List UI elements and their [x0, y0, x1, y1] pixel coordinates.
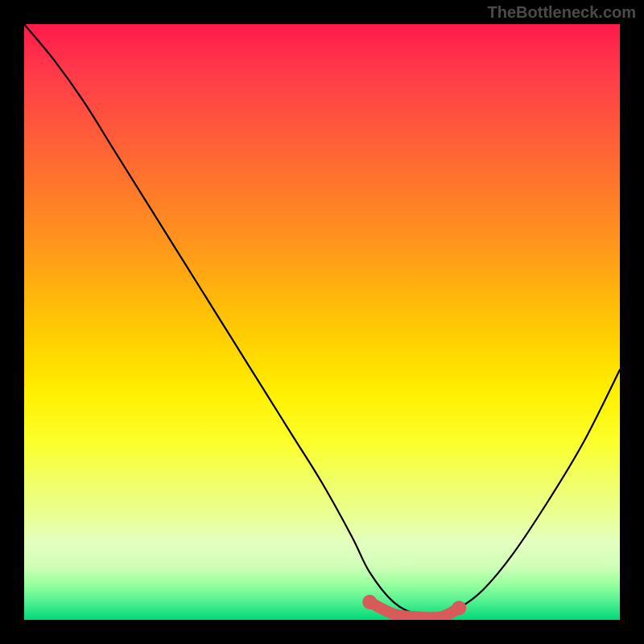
chart-frame: TheBottleneck.com: [0, 0, 644, 644]
highlight-start-dot: [362, 595, 377, 609]
bottleneck-curve: [24, 24, 620, 615]
watermark-text: TheBottleneck.com: [488, 3, 636, 22]
highlight-segment: [369, 602, 459, 618]
curve-svg: [24, 24, 620, 620]
plot-area: [24, 24, 620, 620]
highlight-end-dot: [452, 601, 466, 615]
